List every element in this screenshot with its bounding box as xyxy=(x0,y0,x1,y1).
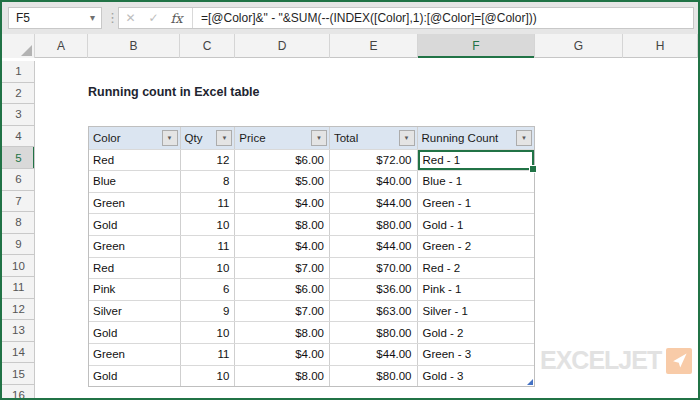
filter-dropdown-icon[interactable]: ▼ xyxy=(516,130,532,146)
cell-total[interactable]: $44.00 xyxy=(330,344,418,365)
cell-qty[interactable]: 10 xyxy=(181,322,236,343)
cell-color[interactable]: Gold xyxy=(89,366,181,387)
cell-running-count[interactable]: Red - 2 xyxy=(418,258,534,279)
cell-total[interactable]: $70.00 xyxy=(330,258,418,279)
cell-price[interactable]: $6.00 xyxy=(235,279,330,300)
cell-price[interactable]: $4.00 xyxy=(235,344,330,365)
cell-price[interactable]: $4.00 xyxy=(235,193,330,214)
cell-qty[interactable]: 11 xyxy=(181,344,236,365)
cell-price[interactable]: $7.00 xyxy=(235,301,330,322)
column-header-b[interactable]: B xyxy=(88,34,180,58)
table-header-price[interactable]: Price ▼ xyxy=(235,127,330,149)
cell-qty[interactable]: 10 xyxy=(181,214,236,235)
table-row: Red 10 $7.00 $70.00 Red - 2 xyxy=(89,257,534,279)
cell-running-count[interactable]: Silver - 1 xyxy=(418,301,534,322)
row-header[interactable]: 2 xyxy=(2,83,35,105)
cell-running-count[interactable]: Gold - 1 xyxy=(418,214,534,235)
column-header-c[interactable]: C xyxy=(180,34,235,58)
cell-total[interactable]: $44.00 xyxy=(330,193,418,214)
cell-color[interactable]: Blue xyxy=(89,171,181,192)
cell-qty[interactable]: 8 xyxy=(181,171,236,192)
table-header-total[interactable]: Total ▼ xyxy=(330,127,418,149)
cell-price[interactable]: $8.00 xyxy=(235,214,330,235)
row-header[interactable]: 15 xyxy=(2,363,35,385)
cell-qty[interactable]: 9 xyxy=(181,301,236,322)
table-row: Green 11 $4.00 $44.00 Green - 3 xyxy=(89,343,534,365)
cell-color[interactable]: Silver xyxy=(89,301,181,322)
row-header[interactable]: 4 xyxy=(2,126,35,148)
column-header-f-selected[interactable]: F xyxy=(418,34,535,58)
row-header[interactable]: 13 xyxy=(2,320,35,342)
cell-running-count[interactable]: Red - 1 xyxy=(418,150,534,171)
cell-running-count[interactable]: Green - 3 xyxy=(418,344,534,365)
column-header-h[interactable]: H xyxy=(623,34,698,58)
cell-running-count[interactable]: Green - 2 xyxy=(418,236,534,257)
cell-total[interactable]: $80.00 xyxy=(330,322,418,343)
cell-color[interactable]: Gold xyxy=(89,322,181,343)
cell-total[interactable]: $80.00 xyxy=(330,366,418,387)
column-header-e[interactable]: E xyxy=(330,34,418,58)
cell-color[interactable]: Red xyxy=(89,258,181,279)
cell-color[interactable]: Red xyxy=(89,150,181,171)
cell-color[interactable]: Green xyxy=(89,236,181,257)
name-box-dropdown-icon[interactable]: ▾ xyxy=(90,12,95,23)
formula-input[interactable]: =[@Color]&" - "&SUM(--(INDEX([Color],1):… xyxy=(195,11,693,25)
cell-color[interactable]: Green xyxy=(89,344,181,365)
table-header-qty[interactable]: Qty ▼ xyxy=(181,127,236,149)
row-header[interactable]: 8 xyxy=(2,212,35,234)
cell-running-count[interactable]: Gold - 2 xyxy=(418,322,534,343)
row-header[interactable]: 14 xyxy=(2,342,35,364)
cell-qty[interactable]: 6 xyxy=(181,279,236,300)
cell-running-count[interactable]: Pink - 1 xyxy=(418,279,534,300)
row-header[interactable]: 5 xyxy=(2,147,35,169)
select-all-button[interactable] xyxy=(2,34,35,58)
row-header[interactable]: 16 xyxy=(2,385,35,398)
cell-color[interactable]: Pink xyxy=(89,279,181,300)
name-box[interactable]: F5 ▾ xyxy=(8,7,102,29)
column-header-d[interactable]: D xyxy=(235,34,330,58)
cell-qty[interactable]: 10 xyxy=(181,258,236,279)
insert-function-icon[interactable]: fx xyxy=(165,11,188,26)
select-all-triangle-icon xyxy=(21,45,32,56)
row-header[interactable]: 10 xyxy=(2,255,35,277)
cell-color[interactable]: Gold xyxy=(89,214,181,235)
cell-running-count[interactable]: Blue - 1 xyxy=(418,171,534,192)
filter-dropdown-icon[interactable]: ▼ xyxy=(216,130,232,146)
cell-running-count[interactable]: Gold - 3 xyxy=(418,366,534,387)
cell-price[interactable]: $4.00 xyxy=(235,236,330,257)
row-header[interactable]: 7 xyxy=(2,191,35,213)
cell-price[interactable]: $7.00 xyxy=(235,258,330,279)
row-header[interactable]: 6 xyxy=(2,169,35,191)
filter-dropdown-icon[interactable]: ▼ xyxy=(399,130,415,146)
row-header[interactable]: 1 xyxy=(2,61,35,83)
cell-total[interactable]: $36.00 xyxy=(330,279,418,300)
cell-qty[interactable]: 11 xyxy=(181,193,236,214)
cell-running-count[interactable]: Green - 1 xyxy=(418,193,534,214)
cell-qty[interactable]: 10 xyxy=(181,366,236,387)
cell-total[interactable]: $44.00 xyxy=(330,236,418,257)
cell-total[interactable]: $40.00 xyxy=(330,171,418,192)
filter-dropdown-icon[interactable]: ▼ xyxy=(162,130,178,146)
table-header-running-count[interactable]: Running Count ▼ xyxy=(418,127,534,149)
cell-total[interactable]: $72.00 xyxy=(330,150,418,171)
cell-total[interactable]: $80.00 xyxy=(330,214,418,235)
row-header[interactable]: 9 xyxy=(2,234,35,256)
cell-price[interactable]: $8.00 xyxy=(235,322,330,343)
column-header-g[interactable]: G xyxy=(535,34,623,58)
row-header[interactable]: 11 xyxy=(2,277,35,299)
row-header[interactable]: 3 xyxy=(2,104,35,126)
column-header-a[interactable]: A xyxy=(35,34,88,58)
enter-icon[interactable]: ✓ xyxy=(142,11,165,25)
cell-total[interactable]: $63.00 xyxy=(330,301,418,322)
paper-plane-icon xyxy=(666,348,692,374)
filter-dropdown-icon[interactable]: ▼ xyxy=(311,130,327,146)
cancel-icon[interactable]: ✕ xyxy=(119,11,142,25)
table-header-color[interactable]: Color ▼ xyxy=(89,127,181,149)
cell-qty[interactable]: 12 xyxy=(181,150,236,171)
cell-price[interactable]: $6.00 xyxy=(235,150,330,171)
row-header[interactable]: 12 xyxy=(2,299,35,321)
cell-qty[interactable]: 11 xyxy=(181,236,236,257)
cell-color[interactable]: Green xyxy=(89,193,181,214)
cell-price[interactable]: $5.00 xyxy=(235,171,330,192)
cell-price[interactable]: $8.00 xyxy=(235,366,330,387)
